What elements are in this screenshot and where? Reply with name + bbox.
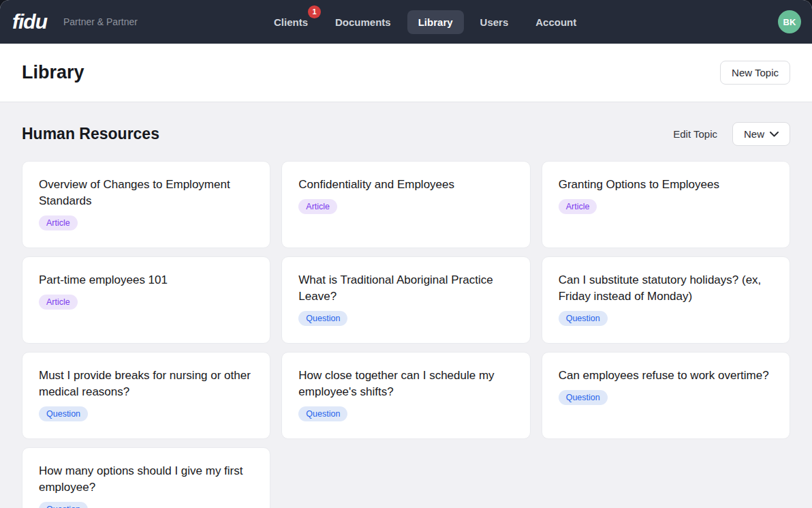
library-card[interactable]: How close together can I schedule my emp… [281, 352, 530, 439]
card-title: Granting Options to Employees [559, 177, 773, 193]
app-window: fidu Partner & Partner Clients 1 Documen… [0, 0, 812, 508]
library-card[interactable]: Can I substitute statutory holidays? (ex… [542, 256, 790, 344]
fidu-logo[interactable]: fidu [12, 10, 47, 33]
card-type-badge: Question [298, 311, 347, 326]
organization-name: Partner & Partner [63, 16, 138, 27]
library-card[interactable]: How many options should I give my first … [22, 447, 270, 508]
topic-header: Human Resources Edit Topic New [22, 121, 790, 147]
card-title: Overview of Changes to Employment Standa… [39, 177, 253, 209]
card-title: Can employees refuse to work overtime? [559, 368, 773, 384]
library-card[interactable]: Overview of Changes to Employment Standa… [22, 161, 270, 248]
card-type-badge: Question [559, 311, 608, 326]
nav-item-library[interactable]: Library [407, 10, 464, 34]
page-title: Library [22, 62, 84, 83]
card-type-badge: Article [559, 199, 597, 214]
nav-item-account[interactable]: Account [525, 10, 587, 34]
edit-topic-link[interactable]: Edit Topic [673, 128, 717, 140]
card-type-badge: Question [39, 406, 88, 421]
library-card-grid: Overview of Changes to Employment Standa… [22, 161, 790, 508]
topic-title: Human Resources [22, 125, 159, 143]
page-header: Library New Topic [0, 44, 812, 102]
new-topic-button[interactable]: New Topic [720, 61, 790, 85]
card-title: Part-time employees 101 [39, 272, 253, 288]
library-card[interactable]: What is Traditional Aboriginal Practice … [281, 256, 530, 344]
library-card[interactable]: Must I provide breaks for nursing or oth… [22, 352, 270, 439]
notification-badge: 1 [308, 5, 321, 18]
library-card[interactable]: Confidentiality and Employees Article [281, 161, 530, 248]
card-type-badge: Question [39, 502, 88, 508]
card-type-badge: Article [39, 215, 78, 230]
nav-item-documents[interactable]: Documents [324, 10, 402, 34]
user-avatar[interactable]: BK [778, 10, 801, 33]
card-title: How close together can I schedule my emp… [298, 368, 513, 400]
topic-actions: Edit Topic New [673, 122, 790, 146]
library-card[interactable]: Part-time employees 101 Article [22, 256, 270, 344]
card-type-badge: Question [559, 390, 608, 405]
nav-item-users[interactable]: Users [469, 10, 520, 34]
new-dropdown-label: New [744, 128, 764, 140]
card-type-badge: Question [298, 406, 347, 421]
card-type-badge: Article [298, 199, 337, 214]
chevron-down-icon [770, 132, 779, 137]
new-dropdown-button[interactable]: New [732, 122, 790, 146]
card-title: What is Traditional Aboriginal Practice … [298, 272, 513, 305]
library-card[interactable]: Can employees refuse to work overtime? Q… [542, 352, 790, 439]
card-title: Must I provide breaks for nursing or oth… [39, 368, 253, 400]
nav-item-clients[interactable]: Clients 1 [263, 10, 319, 34]
top-navbar: fidu Partner & Partner Clients 1 Documen… [0, 0, 812, 44]
card-type-badge: Article [39, 295, 78, 310]
library-card[interactable]: Granting Options to Employees Article [542, 161, 790, 248]
card-title: Can I substitute statutory holidays? (ex… [559, 272, 773, 305]
card-title: Confidentiality and Employees [298, 177, 513, 193]
card-title: How many options should I give my first … [39, 463, 253, 496]
main-nav: Clients 1 Documents Library Users Accoun… [263, 0, 587, 44]
content-area: Human Resources Edit Topic New Overview … [0, 102, 812, 508]
